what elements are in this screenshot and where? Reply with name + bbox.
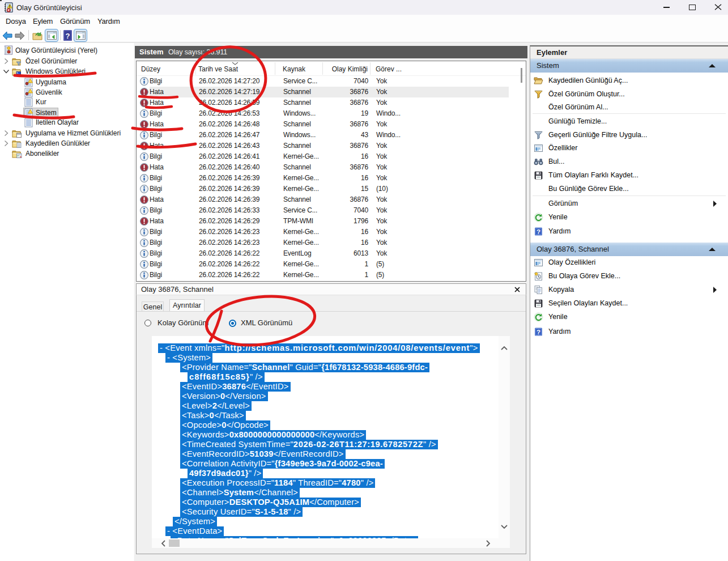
svg-text:?: ? — [66, 32, 70, 40]
svg-text:?: ? — [537, 329, 540, 335]
svg-text:?: ? — [537, 228, 540, 235]
